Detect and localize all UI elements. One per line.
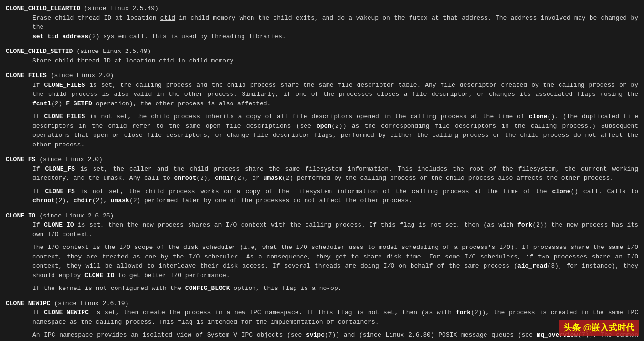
section-header: CLONE_CHILD_CLEARTID (since Linux 2.5.49… <box>6 4 638 13</box>
section-body: Store child thread ID at location ctid i… <box>6 56 638 66</box>
section-body: If CLONE_IO is set, then the new process… <box>6 220 638 293</box>
section-header: CLONE_IO (since Linux 2.6.25) <box>6 211 638 221</box>
fork-ref-1: fork <box>517 221 532 228</box>
para-2: If CLONE_FS is not set, the child proces… <box>32 187 638 206</box>
f-setfd-ref: F_SETFD <box>66 100 92 107</box>
section-clone-child-settid: CLONE_CHILD_SETTID (since Linux 2.5.49) … <box>6 47 638 65</box>
clone-io-ref-2: CLONE_IO <box>84 272 114 279</box>
chdir-ref-1: chdir <box>215 175 233 182</box>
section-clone-newipc: CLONE_NEWIPC (since Linux 2.6.19) If CLO… <box>6 299 638 341</box>
chroot-ref-2: chroot <box>32 197 55 204</box>
section-header: CLONE_CHILD_SETTID (since Linux 2.5.49) <box>6 47 638 56</box>
section-title: CLONE_IO <box>6 212 35 219</box>
clone-fs-ref-2: CLONE_FS <box>45 188 74 195</box>
section-title: CLONE_FILES <box>6 72 47 79</box>
clone-ref-2: clone <box>552 188 570 195</box>
para-2: The I/O context is the I/O scope of the … <box>32 243 638 280</box>
since-text: (since Linux 2.0) <box>47 72 114 79</box>
para-1: If CLONE_IO is set, then the new process… <box>32 220 638 239</box>
config-block-ref: CONFIG_BLOCK <box>185 285 230 292</box>
clone-files-ref-2: CLONE_FILES <box>44 113 85 120</box>
para-2: An IPC namespace provides an isolated vi… <box>32 331 638 341</box>
section-clone-files: CLONE_FILES (since Linux 2.0) If CLONE_F… <box>6 71 638 149</box>
section-title: CLONE_CHILD_CLEARTID <box>6 5 80 12</box>
fork-ref-2: fork <box>456 309 471 316</box>
para-1: If CLONE_FILES is set, the calling proce… <box>32 81 638 109</box>
section-body: If CLONE_FS is set, the caller and the c… <box>6 165 638 206</box>
since-text: (since Linux 2.5.49) <box>80 5 158 12</box>
ctid-ref-2: ctid <box>159 57 174 64</box>
section-clone-fs: CLONE_FS (since Linux 2.0) If CLONE_FS i… <box>6 155 638 206</box>
clone-io-ref-1: CLONE_IO <box>44 221 74 228</box>
watermark: 头条 @嵌入式时代 <box>559 320 639 336</box>
para-1: Store child thread ID at location ctid i… <box>32 56 638 66</box>
aio-read-ref: aio_read <box>517 262 547 269</box>
section-title: CLONE_CHILD_SETTID <box>6 48 73 55</box>
para-1: Erase child thread ID at location ctid i… <box>32 13 638 41</box>
para-1: If CLONE_NEWIPC is set, then create the … <box>32 308 638 327</box>
section-header: CLONE_FS (since Linux 2.0) <box>6 155 638 165</box>
since-text: (since Linux 2.0) <box>35 156 102 163</box>
ctid-ref-1: ctid <box>160 14 175 21</box>
section-clone-child-cleartid: CLONE_CHILD_CLEARTID (since Linux 2.5.49… <box>6 4 638 41</box>
section-body: If CLONE_FILES is set, the calling proce… <box>6 81 638 150</box>
section-body: If CLONE_NEWIPC is set, then create the … <box>6 308 638 341</box>
since-text: (since Linux 2.6.25) <box>35 212 114 219</box>
section-clone-io: CLONE_IO (since Linux 2.6.25) If CLONE_I… <box>6 211 638 293</box>
open-ref: open <box>317 123 331 130</box>
main-content: CLONE_CHILD_CLEARTID (since Linux 2.5.49… <box>6 4 638 341</box>
clone-newipc-ref-1: CLONE_NEWIPC <box>44 309 89 316</box>
chdir-ref-2: chdir <box>74 197 92 204</box>
para-2: If CLONE_FILES is not set, the child pro… <box>32 112 638 149</box>
clone-ref-1: clone <box>529 113 548 120</box>
section-header: CLONE_FILES (since Linux 2.0) <box>6 71 638 81</box>
umask-ref-1: umask <box>264 175 282 182</box>
section-header: CLONE_NEWIPC (since Linux 2.6.19) <box>6 299 638 309</box>
section-body: Erase child thread ID at location ctid i… <box>6 13 638 41</box>
set-tid-address-ref: set_tid_address <box>32 33 88 40</box>
since-text: (since Linux 2.5.49) <box>73 48 151 55</box>
para-3: If the kernel is not configured with the… <box>32 284 638 293</box>
para-1: If CLONE_FS is set, the caller and the c… <box>32 165 638 183</box>
umask-ref-2: umask <box>111 197 129 204</box>
chroot-ref-1: chroot <box>174 175 196 182</box>
section-title: CLONE_NEWIPC <box>6 300 51 307</box>
fcntl-ref: fcntl <box>32 100 51 107</box>
svipc-ref: svipc <box>306 331 325 339</box>
clone-fs-ref-1: CLONE_FS <box>45 165 75 173</box>
clone-files-ref-1: CLONE_FILES <box>44 82 85 89</box>
since-text: (since Linux 2.6.19) <box>51 300 129 307</box>
section-title: CLONE_FS <box>6 156 35 163</box>
